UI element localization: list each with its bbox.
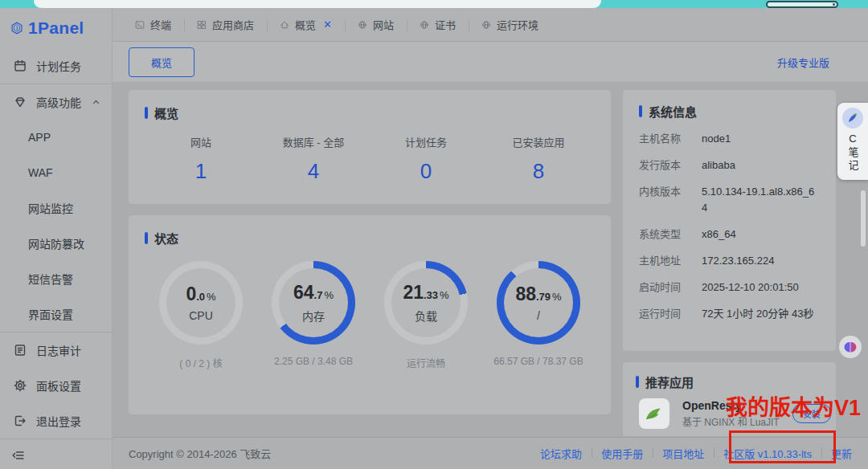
gauge-value: 64.7%	[293, 282, 334, 304]
card-title: 系统信息	[639, 103, 820, 120]
tab-label: 证书	[435, 17, 456, 32]
footer-link-project[interactable]: 项目地址	[653, 446, 714, 461]
diamond-icon	[14, 96, 27, 108]
sidebar-item-label: 计划任务	[36, 58, 81, 74]
row-value: 2025-12-10 20:01:50	[702, 279, 799, 296]
video-overlay-strip	[0, 0, 868, 8]
sidebar-item-waf[interactable]: WAF	[0, 155, 112, 190]
tab-app-store[interactable]: 应用商店	[184, 8, 267, 41]
system-info-row: 运行时间 72天 1小时 20分钟 43秒	[639, 306, 820, 322]
stat-value[interactable]: 0	[370, 159, 482, 184]
stat-websites[interactable]: 网站 1	[145, 134, 257, 184]
card-title: 状态	[145, 230, 595, 247]
sidebar-collapse-button[interactable]	[0, 438, 112, 469]
row-value: 72天 1小时 20分钟 43秒	[702, 306, 813, 322]
stat-value[interactable]: 8	[482, 159, 595, 184]
system-info-card: 系统信息 主机名称 node1 发行版本 alibaba	[623, 90, 836, 351]
svg-text:1: 1	[15, 26, 18, 31]
screen: 1 1Panel 计划任务 高级功能	[0, 0, 868, 469]
tab-website[interactable]: 网站	[345, 8, 407, 41]
sidebar-item-sms-alert[interactable]: 短信告警	[0, 261, 112, 296]
gear-icon	[14, 379, 27, 392]
sidebar-group-advanced[interactable]: 高级功能	[0, 84, 112, 120]
collapse-sidebar-icon	[12, 449, 25, 462]
annotation-highlight-box	[729, 430, 836, 463]
tab-certificate[interactable]: 证书	[407, 8, 469, 41]
sidebar-item-label: 日志审计	[36, 342, 81, 358]
row-label: 主机名称	[639, 131, 702, 147]
card-title: 推荐应用	[636, 373, 823, 390]
cards-grid: 概览 网站 1 数据库 - 全部 4	[113, 82, 868, 436]
gauge-caption: 运行流畅	[407, 356, 445, 369]
stat-value[interactable]: 4	[257, 159, 370, 184]
sidebar-item-cronjob[interactable]: 计划任务	[0, 48, 112, 84]
row-value: 172.23.165.224	[702, 253, 774, 269]
card-title-text: 概览	[154, 104, 178, 121]
stat-value[interactable]: 1	[145, 159, 257, 184]
sidebar-item-label: 界面设置	[28, 306, 73, 322]
system-info-rows: 主机名称 node1 发行版本 alibaba 内核版本 5.10.134-19…	[639, 131, 820, 322]
footer-link-forum[interactable]: 论坛求助	[530, 446, 592, 461]
system-info-row: 系统类型 x86_64	[639, 226, 820, 243]
brain-extension-icon[interactable]	[839, 336, 862, 358]
system-info-row: 主机地址 172.23.165.224	[639, 253, 820, 269]
terminal-icon	[135, 20, 145, 30]
status-card: 状态 0.0% CPU	[129, 215, 611, 414]
gauge-disk: 88.79% / 66.57 GB / 78.37 GB	[482, 261, 595, 369]
note-widget-label: C笔记	[845, 133, 861, 173]
gauges-row: 0.0% CPU ( 0 / 2 ) 核 64	[145, 261, 595, 369]
row-value: x86_64	[702, 226, 736, 243]
stat-cronjobs[interactable]: 计划任务 0	[370, 134, 482, 184]
home-icon	[280, 20, 289, 30]
stat-label: 数据库 - 全部	[257, 134, 370, 149]
calendar-icon	[14, 59, 27, 72]
row-label: 主机地址	[639, 253, 702, 269]
stat-databases[interactable]: 数据库 - 全部 4	[257, 134, 370, 184]
gauge-label: 内存	[302, 308, 325, 324]
tab-terminal[interactable]: 终端	[122, 8, 184, 41]
footer-link-manual[interactable]: 使用手册	[592, 446, 653, 461]
logo[interactable]: 1 1Panel	[0, 8, 112, 48]
system-info-row: 发行版本 alibaba	[639, 157, 820, 173]
sidebar-item-tamper[interactable]: 网站防篡改	[0, 226, 112, 261]
disk-gauge-ring: 88.79% /	[497, 261, 580, 345]
sidebar-item-panel-settings[interactable]: 面板设置	[0, 368, 112, 403]
stat-installed-apps[interactable]: 已安装应用 8	[482, 134, 595, 184]
sidebar-item-label: WAF	[28, 166, 53, 179]
row-label: 运行时间	[639, 306, 702, 322]
sidebar-item-ui-settings[interactable]: 界面设置	[0, 296, 112, 332]
sidebar-group-label: 高级功能	[36, 94, 81, 110]
sidebar-item-label: 短信告警	[28, 271, 73, 287]
card-title: 概览	[145, 104, 595, 121]
sidebar-item-log-audit[interactable]: 日志审计	[0, 332, 112, 368]
toolbar: 概览 升级专业版	[113, 42, 868, 82]
overview-button[interactable]: 概览	[129, 47, 194, 77]
vertical-scrollbar[interactable]	[861, 190, 866, 247]
card-title-text: 推荐应用	[645, 373, 694, 390]
tab-overview[interactable]: 概览 ✕	[267, 8, 345, 41]
row-label: 启动时间	[639, 279, 702, 296]
logo-text: 1Panel	[28, 18, 84, 38]
sidebar-item-monitor[interactable]: 网站监控	[0, 190, 112, 226]
gauge-load: 21.33% 负载 运行流畅	[370, 261, 482, 369]
sidebar: 1 1Panel 计划任务 高级功能	[0, 8, 113, 469]
close-icon[interactable]: ✕	[323, 19, 332, 30]
globe-icon	[481, 20, 491, 30]
tab-runtime[interactable]: 运行环境	[469, 8, 551, 41]
load-gauge-ring: 21.33% 负载	[384, 261, 468, 345]
sidebar-item-app[interactable]: APP	[0, 120, 112, 155]
gauge-cpu: 0.0% CPU ( 0 / 2 ) 核	[145, 261, 257, 369]
certificate-icon	[420, 20, 429, 30]
1panel-logo-icon: 1	[10, 22, 23, 35]
chevron-up-icon[interactable]	[92, 98, 100, 107]
title-accent-bar	[145, 107, 148, 119]
note-extension-widget[interactable]: C笔记	[837, 103, 868, 180]
sidebar-item-label: 网站监控	[28, 200, 73, 216]
tab-label: 运行环境	[497, 17, 538, 32]
annotation-text: 我的版本为V1	[726, 390, 861, 422]
video-overlay-pill	[766, 1, 838, 8]
upgrade-pro-link[interactable]: 升级专业版	[777, 55, 829, 70]
sidebar-item-logout[interactable]: 退出登录	[0, 403, 112, 438]
memory-gauge-ring: 64.7% 内存	[272, 261, 355, 345]
note-feather-icon	[842, 108, 863, 128]
